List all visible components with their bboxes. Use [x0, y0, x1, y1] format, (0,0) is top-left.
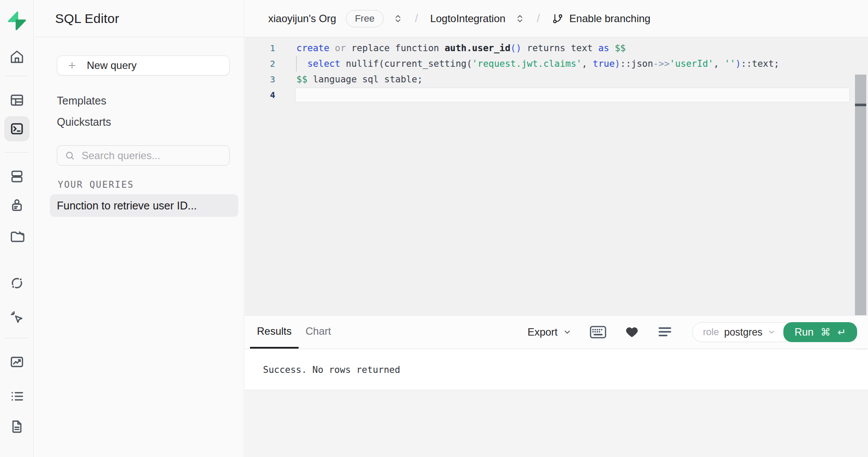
realtime-cursor-icon	[9, 310, 25, 325]
run-button[interactable]: Run ⌘ ↵	[783, 322, 857, 342]
query-list-item[interactable]: Function to retrieve user ID...	[50, 194, 238, 217]
project-breadcrumb[interactable]: LogtoIntegration	[430, 13, 505, 25]
panel-header: SQL Editor	[34, 0, 244, 37]
export-button[interactable]: Export	[527, 326, 571, 338]
editor-scrollbar[interactable]	[855, 75, 866, 353]
keyboard-shortcuts-icon[interactable]	[590, 326, 606, 339]
page-title: SQL Editor	[55, 11, 119, 26]
success-message: Success. No rows returned	[263, 365, 400, 375]
code-line[interactable]: 1create or replace function auth.user_id…	[245, 40, 868, 56]
code-line[interactable]: 2 select nullif(current_setting('request…	[245, 56, 868, 72]
sql-editor-icon	[9, 121, 25, 137]
sidebar-item-sql-editor[interactable]	[4, 116, 30, 141]
query-title: Function to retrieve user ID...	[57, 199, 197, 212]
code-lines: 1create or replace function auth.user_id…	[245, 37, 868, 103]
breadcrumb: xiaoyijun's Org Free / LogtoIntegration …	[245, 0, 868, 37]
code-line[interactable]: 3$$ language sql stable;	[245, 72, 868, 87]
rail-divider	[5, 152, 29, 153]
sidebar-item-reports[interactable]	[7, 352, 26, 371]
chevron-down-icon	[768, 328, 776, 336]
role-value: postgres	[724, 326, 762, 338]
breadcrumb-separator: /	[534, 12, 542, 25]
query-panel: SQL Editor New query Templates Quickstar…	[34, 0, 244, 457]
line-number: 3	[245, 74, 275, 85]
sidebar-item-storage[interactable]	[7, 226, 26, 245]
auth-icon	[9, 197, 25, 213]
sidebar-item-edge-functions[interactable]	[7, 274, 26, 293]
database-icon	[9, 169, 25, 184]
role-selector[interactable]: role postgres	[693, 326, 783, 338]
project-switcher-chevrons-icon[interactable]	[515, 13, 525, 24]
export-label: Export	[527, 326, 557, 338]
results-tabs: Results Chart	[245, 316, 338, 349]
line-number: 2	[245, 59, 275, 69]
sidebar-item-table-editor[interactable]	[7, 91, 26, 110]
table-editor-icon	[9, 92, 25, 108]
new-query-button[interactable]: New query	[57, 55, 230, 75]
line-number: 1	[245, 43, 275, 53]
plan-badge[interactable]: Free	[346, 10, 384, 27]
role-run-control: role postgres Run ⌘ ↵	[692, 322, 857, 342]
cmd-key-icon: ⌘	[821, 326, 831, 338]
search-queries-input[interactable]	[82, 150, 222, 162]
results-message-area: Success. No rows returned	[245, 349, 868, 390]
current-line-highlight	[295, 88, 850, 102]
role-label: role	[703, 326, 719, 338]
format-lines-icon[interactable]	[658, 325, 672, 339]
new-query-label: New query	[87, 59, 137, 72]
line-number: 4	[245, 90, 275, 100]
cursor-position-marker	[855, 104, 866, 106]
sidebar-item-logs[interactable]	[7, 387, 26, 406]
sidebar-item-home[interactable]	[7, 47, 26, 66]
sidebar-item-api-docs[interactable]	[7, 417, 26, 436]
toolbar-right-group: Export role postgres	[527, 322, 868, 342]
main-area: xiaoyijun's Org Free / LogtoIntegration …	[245, 0, 868, 457]
api-docs-icon	[9, 419, 25, 434]
sidebar-item-realtime[interactable]	[7, 308, 26, 327]
sidebar-item-database[interactable]	[7, 167, 26, 186]
tab-results[interactable]: Results	[250, 316, 299, 349]
search-icon	[64, 150, 76, 161]
supabase-bolt-icon	[7, 11, 26, 30]
enable-branching-button[interactable]: Enable branching	[552, 13, 651, 25]
enable-branching-label: Enable branching	[569, 13, 651, 25]
org-breadcrumb[interactable]: xiaoyijun's Org	[268, 13, 336, 25]
code-text: $$ language sql stable;	[275, 74, 423, 85]
results-toolbar: Results Chart Export	[245, 315, 868, 349]
code-text: select nullif(current_setting('request.j…	[275, 59, 779, 69]
templates-link[interactable]: Templates	[57, 93, 106, 108]
reports-icon	[9, 354, 25, 369]
nav-rail	[0, 0, 34, 457]
storage-icon	[9, 228, 25, 244]
search-box	[57, 145, 230, 166]
logs-icon	[9, 388, 25, 404]
your-queries-section-label: YOUR QUERIES	[58, 180, 134, 190]
results-footer-strip	[245, 390, 868, 457]
rail-divider	[5, 76, 29, 76]
org-switcher-chevrons-icon[interactable]	[393, 13, 403, 24]
enter-key-icon: ↵	[838, 326, 846, 338]
chevron-down-icon	[563, 328, 572, 336]
code-text: create or replace function auth.user_id(…	[275, 43, 626, 53]
sql-code-editor[interactable]: 1create or replace function auth.user_id…	[245, 37, 868, 315]
run-label: Run	[795, 326, 814, 338]
favorite-heart-icon[interactable]	[625, 325, 639, 339]
rail-divider	[5, 338, 29, 338]
code-line[interactable]: 4	[245, 87, 868, 103]
quickstarts-link[interactable]: Quickstarts	[57, 114, 111, 130]
supabase-logo[interactable]	[7, 11, 26, 30]
home-icon	[9, 49, 25, 65]
breadcrumb-separator: /	[412, 12, 421, 25]
plus-icon	[67, 60, 77, 71]
sidebar-item-authentication[interactable]	[7, 196, 26, 215]
scrollbar-thumb[interactable]	[855, 75, 866, 319]
tab-chart[interactable]: Chart	[299, 316, 338, 349]
edge-functions-icon	[9, 275, 25, 291]
git-branch-icon	[552, 13, 563, 24]
